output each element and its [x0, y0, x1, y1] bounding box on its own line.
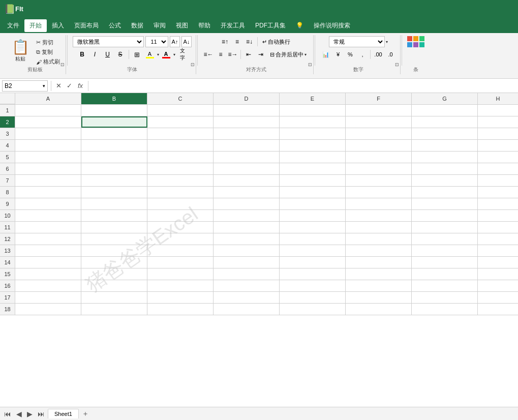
menu-pagelayout[interactable]: 页面布局	[69, 19, 104, 32]
fill-color-dropdown[interactable]: ▾	[157, 52, 159, 57]
row-header-17[interactable]: 17	[0, 292, 15, 303]
merge-center-button[interactable]: ⊟ 合并后居中 ▾	[267, 49, 309, 60]
increase-font-size-button[interactable]: A↑	[170, 36, 180, 47]
cell-d3[interactable]	[214, 128, 280, 139]
increase-decimal-button[interactable]: .00	[373, 49, 384, 60]
font-expand-icon[interactable]: ⊡	[191, 62, 195, 67]
format-painter-button[interactable]: 🖌 格式刷	[35, 57, 62, 66]
sheet-nav-next[interactable]: ▶	[25, 409, 35, 419]
row-header-8[interactable]: 8	[0, 187, 15, 198]
increase-indent-button[interactable]: ⇥	[255, 49, 266, 60]
col-header-g[interactable]: G	[412, 93, 478, 104]
col-header-f[interactable]: F	[346, 93, 412, 104]
wrap-text-button[interactable]: ↵ 自动换行	[260, 37, 293, 47]
cell-e2[interactable]	[280, 116, 346, 128]
cell-c2[interactable]	[147, 116, 214, 128]
menu-data[interactable]: 数据	[126, 19, 148, 32]
cell-h3[interactable]	[478, 128, 518, 139]
menu-insert[interactable]: 插入	[47, 19, 69, 32]
paste-button[interactable]: 📋 粘贴	[8, 36, 33, 65]
col-header-a[interactable]: A	[15, 93, 81, 104]
cell-c3[interactable]	[147, 128, 214, 139]
cell-h2[interactable]	[478, 116, 518, 128]
row-header-18[interactable]: 18	[0, 304, 15, 315]
row-header-14[interactable]: 14	[0, 257, 15, 268]
row-header-15[interactable]: 15	[0, 268, 15, 280]
cancel-formula-button[interactable]: ✕	[54, 81, 63, 91]
sheet-nav-last[interactable]: ⏭	[36, 409, 47, 419]
formula-input[interactable]	[92, 80, 516, 92]
font-color-dropdown[interactable]: ▾	[173, 52, 175, 57]
strikethrough-button[interactable]: S	[115, 49, 126, 60]
menu-pdftool[interactable]: PDF工具集	[250, 19, 291, 32]
row-header-6[interactable]: 6	[0, 163, 15, 174]
row-header-1[interactable]: 1	[0, 105, 15, 116]
row-header-10[interactable]: 10	[0, 210, 15, 221]
number-expand-icon[interactable]: ⊡	[395, 62, 399, 67]
cell-d2[interactable]	[214, 116, 280, 128]
align-top-button[interactable]: ≡↑	[220, 36, 231, 47]
cell-b1[interactable]	[81, 105, 147, 116]
number-format-dropdown[interactable]: ▾	[386, 40, 388, 44]
bold-button[interactable]: B	[77, 49, 88, 60]
decrease-font-size-button[interactable]: A↓	[181, 36, 192, 47]
row-header-7[interactable]: 7	[0, 175, 15, 186]
cell-c1[interactable]	[147, 105, 214, 116]
cell-a1[interactable]	[15, 105, 81, 116]
menu-help[interactable]: 帮助	[193, 19, 216, 32]
col-header-c[interactable]: C	[147, 93, 214, 104]
cell-g3[interactable]	[412, 128, 478, 139]
menu-review[interactable]: 审阅	[148, 19, 171, 32]
menu-home[interactable]: 开始	[24, 19, 47, 32]
row-header-13[interactable]: 13	[0, 245, 15, 256]
currency-button[interactable]: ¥	[332, 49, 344, 60]
align-bottom-button[interactable]: ≡↓	[244, 36, 255, 47]
cell-e1[interactable]	[280, 105, 346, 116]
row-header-3[interactable]: 3	[0, 128, 15, 139]
row-header-5[interactable]: 5	[0, 152, 15, 163]
align-left-button[interactable]: ≡←	[203, 49, 214, 60]
phonetic-button[interactable]: 文字	[177, 49, 188, 60]
row-header-11[interactable]: 11	[0, 222, 15, 233]
font-size-selector[interactable]: 11	[145, 36, 168, 47]
fill-color-button[interactable]: A	[144, 49, 156, 60]
sheet-nav-first[interactable]: ⏮	[2, 409, 13, 419]
menu-devtools[interactable]: 开发工具	[216, 19, 250, 32]
italic-button[interactable]: I	[89, 49, 101, 60]
number-format-selector[interactable]: 常规	[329, 36, 385, 47]
cell-f2[interactable]	[346, 116, 412, 128]
cell-b3[interactable]	[81, 128, 147, 139]
menu-search[interactable]: 操作说明搜索	[309, 19, 355, 32]
cell-g2[interactable]	[412, 116, 478, 128]
cell-f1[interactable]	[346, 105, 412, 116]
row-header-16[interactable]: 16	[0, 280, 15, 291]
cell-ref-dropdown[interactable]: ▾	[43, 83, 45, 88]
sheet-tab-1[interactable]: Sheet1	[48, 409, 79, 418]
cell-a2[interactable]	[15, 116, 81, 128]
corner-cell[interactable]	[0, 93, 15, 104]
percent-button[interactable]: 📊	[320, 49, 331, 60]
font-color-button[interactable]: A	[161, 49, 172, 60]
menu-lightbulb[interactable]: 💡	[291, 20, 309, 31]
percent-style-button[interactable]: %	[345, 49, 356, 60]
comma-style-button[interactable]: ,	[357, 49, 368, 60]
cell-reference-box[interactable]: B2 ▾	[2, 80, 48, 92]
align-middle-button[interactable]: ≡	[232, 36, 243, 47]
cell-g1[interactable]	[412, 105, 478, 116]
row-header-12[interactable]: 12	[0, 233, 15, 245]
col-header-e[interactable]: E	[280, 93, 346, 104]
col-header-h[interactable]: H	[478, 93, 518, 104]
alignment-expand-icon[interactable]: ⊡	[308, 62, 312, 67]
align-center-button[interactable]: ≡	[215, 49, 226, 60]
cell-d1[interactable]	[214, 105, 280, 116]
cell-h1[interactable]	[478, 105, 518, 116]
col-header-d[interactable]: D	[214, 93, 280, 104]
menu-formula[interactable]: 公式	[104, 19, 126, 32]
decrease-decimal-button[interactable]: .0	[385, 49, 396, 60]
cell-b2[interactable]	[81, 116, 147, 128]
cell-e3[interactable]	[280, 128, 346, 139]
cell-f3[interactable]	[346, 128, 412, 139]
cut-button[interactable]: ✂ 剪切	[35, 38, 62, 47]
sheet-nav-prev[interactable]: ◀	[14, 409, 24, 419]
font-name-selector[interactable]: 微软雅黑	[73, 36, 144, 47]
